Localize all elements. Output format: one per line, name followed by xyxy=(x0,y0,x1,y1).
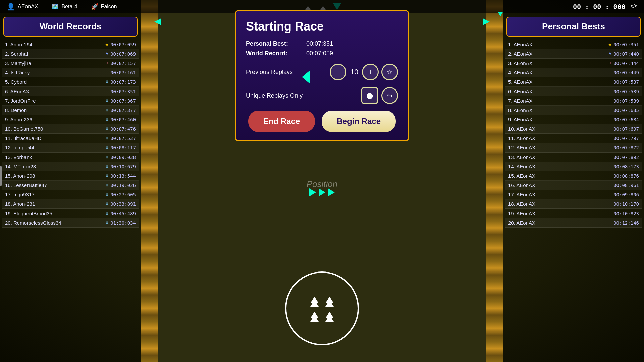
record-time: 00:33:891 xyxy=(110,201,136,207)
personal-best-item: 12. AEonAX 00:07:872 xyxy=(505,143,642,153)
pb-time: 00:07:537 xyxy=(613,79,639,85)
record-rank-name: 7. JordOnFire xyxy=(5,98,104,104)
pb-time: 00:07:684 xyxy=(613,117,639,122)
pb-time: 00:12:146 xyxy=(613,220,639,226)
download-icon: ⬇ xyxy=(105,108,109,113)
pb-time: 00:07:440 xyxy=(613,51,639,57)
world-record-item: 9. Anon-236 ⬇ 00:07:460 xyxy=(2,115,139,124)
share-button[interactable]: ↪ xyxy=(381,87,398,104)
world-record-item: 14. MTimur23 ⬇ 00:10:679 xyxy=(2,162,139,171)
record-rank-name: 6. AEonAX xyxy=(5,88,110,94)
world-record-item: 8. Demon ⬇ 00:07:377 xyxy=(2,106,139,115)
pb-rank-name: 8. AEonAX xyxy=(508,107,613,113)
personal-best-item: 2. AEonAX ⚑ 00:07:440 xyxy=(505,49,642,59)
personal-best-item: 14. AEonAX 00:08:173 xyxy=(505,162,642,171)
personal-best-item: 19. AEonAX 00:10:823 xyxy=(505,209,642,218)
unique-replays-row: Unique Replays Only ⬤ ↪ xyxy=(246,87,398,104)
record-time: 00:07:059 xyxy=(110,42,136,47)
pb-time: 00:09:806 xyxy=(613,192,639,197)
personal-best-item: 15. AEonAX 00:08:876 xyxy=(505,171,642,181)
pb-time: 00:07:697 xyxy=(613,126,639,132)
svg-marker-8 xyxy=(302,70,310,84)
personal-best-item: 7. AEonAX 00:07:539 xyxy=(505,96,642,106)
pb-time: 00:07:351 xyxy=(613,42,639,47)
pb-rank-name: 9. AEonAX xyxy=(508,117,613,122)
pb-rank-name: 1. AEonAX xyxy=(508,42,606,47)
personal-best-item: 8. AEonAX 00:07:635 xyxy=(505,106,642,115)
record-time: 00:07:069 xyxy=(110,51,136,57)
world-record-item: 6. AEonAX 00:07:351 xyxy=(2,87,139,96)
map-name: Beta-4 xyxy=(61,4,77,10)
record-time: 00:07:351 xyxy=(110,89,136,94)
personal-best-item: 5. AEonAX 00:07:537 xyxy=(505,77,642,87)
pb-rank-name: 14. AEonAX xyxy=(508,164,613,169)
pb-time: 00:10:170 xyxy=(613,201,639,207)
personal-best-item: 6. AEonAX 00:07:539 xyxy=(505,87,642,96)
pb-rank-name: 18. AEonAX xyxy=(508,201,613,207)
world-record-item: 1. Anon-194 ★ 00:07:059 xyxy=(2,40,139,49)
scroll-indicator-wr[interactable] xyxy=(0,166,2,186)
pb-rank-name: 17. AEonAX xyxy=(508,192,613,197)
pb-rank-name: 4. AEonAX xyxy=(508,70,613,75)
modal-overlay: Starting Race Personal Best: 00:07:351 W… xyxy=(158,0,486,362)
modal-title: Starting Race xyxy=(246,19,398,34)
record-rank-name: 12. tompie44 xyxy=(5,145,104,150)
decrease-replays-button[interactable]: − xyxy=(330,64,346,80)
download-icon: ⬇ xyxy=(105,99,109,103)
record-rank-name: 3. Mantyjira xyxy=(5,60,104,66)
pb-rank-name: 12. AEonAX xyxy=(508,145,613,150)
player-icon: 👤 xyxy=(7,3,15,11)
replay-controls: − 10 + ☆ xyxy=(330,64,398,80)
pb-rank-name: 15. AEonAX xyxy=(508,173,613,179)
personal-best-label: Personal Best: xyxy=(246,40,300,47)
gender-icon: ♀ xyxy=(609,61,612,66)
modal-stats: Personal Best: 00:07:351 World Record: 0… xyxy=(246,40,398,57)
svg-marker-7 xyxy=(498,12,503,16)
world-record-item: 2. Serphal ⚑ 00:07:069 xyxy=(2,49,139,59)
record-rank-name: 20. RemorselessGloss34 xyxy=(5,220,104,226)
end-race-button[interactable]: End Race xyxy=(248,111,315,132)
pb-rank-name: 19. AEonAX xyxy=(508,210,613,216)
download-icon: ⬇ xyxy=(105,174,109,178)
world-record-label: World Record: xyxy=(246,50,300,57)
pb-rank-name: 5. AEonAX xyxy=(508,79,613,85)
record-time: 00:07:377 xyxy=(110,108,136,113)
download-icon: ⬇ xyxy=(105,211,109,216)
download-icon: ⬇ xyxy=(105,164,109,169)
begin-race-button[interactable]: Begin Race xyxy=(322,111,396,132)
world-record-item: 4. IsItRicky 00:07:161 xyxy=(2,68,139,77)
world-record-item: 13. Vorbanx ⬇ 00:09:038 xyxy=(2,153,139,162)
modal-left-arrow[interactable] xyxy=(302,70,310,85)
action-buttons: End Race Begin Race xyxy=(246,111,398,132)
gold-icon: ★ xyxy=(105,42,109,47)
increase-replays-button[interactable]: + xyxy=(362,64,379,80)
favorite-replays-button[interactable]: ☆ xyxy=(381,64,398,80)
user-icon: ⚑ xyxy=(608,52,612,56)
download-icon: ⬇ xyxy=(105,155,109,160)
gender-icon: ♀ xyxy=(106,61,109,66)
pb-time: 00:07:892 xyxy=(613,155,639,160)
personal-best-item: 4. AEonAX 00:07:449 xyxy=(505,68,642,77)
record-rank-name: 9. Anon-236 xyxy=(5,117,104,122)
record-time: 00:27:605 xyxy=(110,192,136,197)
record-rank-name: 15. Anon-208 xyxy=(5,173,104,179)
starting-race-modal: Starting Race Personal Best: 00:07:351 W… xyxy=(235,10,409,141)
pb-time: 00:07:635 xyxy=(613,108,639,113)
personal-best-item: 18. AEonAX 00:10:170 xyxy=(505,199,642,209)
pb-rank-name: 3. AEonAX xyxy=(508,60,607,66)
world-record-item: 10. BeGamet750 ⬇ 00:07:476 xyxy=(2,124,139,134)
record-rank-name: 11. ultracauaHD xyxy=(5,135,104,141)
teal-small-triangle xyxy=(498,12,503,18)
personal-best-item: 11. AEonAX 00:07:797 xyxy=(505,134,642,143)
personal-best-item: 10. AEonAX 00:07:697 xyxy=(505,124,642,134)
pb-time: 00:07:449 xyxy=(613,70,639,75)
record-rank-name: 2. Serphal xyxy=(5,51,103,57)
record-rank-name: 1. Anon-194 xyxy=(5,42,103,47)
pb-rank-name: 10. AEonAX xyxy=(508,126,613,132)
pb-rank-name: 2. AEonAX xyxy=(508,51,606,57)
world-record-item: 20. RemorselessGloss34 ⬇ 01:30:034 xyxy=(2,218,139,228)
world-record-item: 18. Anon-231 ⬇ 00:33:891 xyxy=(2,199,139,209)
unique-replays-toggle[interactable]: ⬤ xyxy=(361,87,378,104)
user-icon: ⚑ xyxy=(105,52,109,56)
player-name: AEonAX xyxy=(18,4,38,10)
